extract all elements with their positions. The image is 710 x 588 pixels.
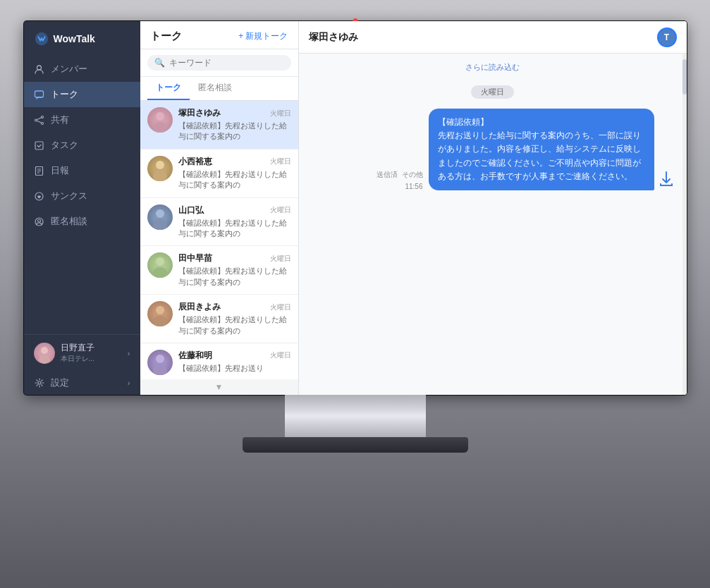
header-actions: T <box>657 27 677 47</box>
list-item[interactable]: 佐藤和明 火曜日 【確認依頼】先程お送り <box>140 343 298 379</box>
sidebar-item-task[interactable]: タスク <box>24 133 140 158</box>
settings-label: 設定 <box>51 376 69 389</box>
share-icon <box>34 114 45 125</box>
nav-items: メンバー トーク <box>24 54 140 334</box>
sidebar-item-talk[interactable]: トーク <box>24 82 140 107</box>
chat-recipient-title: 塚田さゆみ <box>309 31 358 44</box>
svg-point-27 <box>156 306 164 314</box>
monitor-stand-base <box>243 437 468 453</box>
svg-point-20 <box>153 122 167 133</box>
svg-point-17 <box>39 355 50 364</box>
avatar <box>147 252 173 278</box>
search-bar: 🔍 <box>140 49 298 77</box>
message-content: 【確認依頼】 先程お送りした給与に関する案内のうち、一部に誤りがありました。内容… <box>438 117 641 181</box>
chat-preview: 【確認依頼】先程お送りした給与に関する案内の <box>178 121 291 142</box>
sidebar-item-thanks[interactable]: サンクス <box>24 183 140 209</box>
load-more-button[interactable]: さらに読み込む <box>310 62 675 73</box>
sidebar-item-share[interactable]: 共有 <box>24 107 140 133</box>
chat-list: 塚田さゆみ 火曜日 【確認依頼】先程お送りした給与に関する案内の <box>140 101 298 379</box>
scrollbar-thumb <box>683 59 687 94</box>
sidebar-item-settings[interactable]: 設定 › <box>24 371 140 395</box>
chat-time: 火曜日 <box>270 109 291 118</box>
scrollbar-track[interactable] <box>683 54 687 395</box>
download-icon[interactable] <box>660 171 675 190</box>
chat-time: 火曜日 <box>270 205 291 215</box>
user-status: 本日テレ... <box>61 354 122 364</box>
search-icon: 🔍 <box>154 58 165 68</box>
svg-point-5 <box>42 122 44 124</box>
chat-header-row: 山口弘 火曜日 <box>178 204 291 216</box>
panel-header: トーク + 新規トーク <box>140 21 298 49</box>
chat-time: 火曜日 <box>270 350 291 360</box>
list-item[interactable]: 田中早苗 火曜日 【確認依頼】先程お送りした給与に関する案内の <box>140 246 298 295</box>
settings-chevron-icon: › <box>128 379 130 387</box>
message-bubble: 【確認依頼】 先程お送りした給与に関する案内のうち、一部に誤りがありました。内容… <box>429 109 654 190</box>
svg-point-1 <box>37 66 42 70</box>
message-time-row: 11:56 <box>405 183 422 190</box>
svg-line-6 <box>37 117 41 119</box>
anonymous-label: 匿名相談 <box>51 215 87 228</box>
day-badge: 火曜日 <box>471 85 514 99</box>
anon-icon <box>34 216 45 227</box>
chevron-right-icon: › <box>128 349 130 357</box>
avatar <box>147 301 173 326</box>
talk-label: トーク <box>51 88 78 101</box>
svg-point-23 <box>156 209 164 218</box>
chat-main: 塚田さゆみ T さらに読み込む 火曜日 送信済 その他 <box>299 21 687 395</box>
list-item[interactable]: 山口弘 火曜日 【確認依頼】先程お送りした給与に関する案内の <box>140 198 298 247</box>
svg-point-16 <box>41 347 48 354</box>
user-profile[interactable]: 日野直子 本日テレ... › <box>34 342 130 364</box>
svg-rect-8 <box>35 142 43 149</box>
tab-talk[interactable]: トーク <box>147 77 190 100</box>
header-avatar-t: T <box>657 27 677 47</box>
message-other: その他 <box>402 170 423 180</box>
svg-point-25 <box>156 257 164 266</box>
list-item[interactable]: 小西裕恵 火曜日 【確認依頼】先程お送りした給与に関する案内の <box>140 149 298 198</box>
sidebar-bottom: 日野直子 本日テレ... › <box>24 334 140 371</box>
scroll-indicator: ▼ <box>140 379 298 395</box>
share-label: 共有 <box>51 114 69 126</box>
svg-point-18 <box>38 381 41 384</box>
svg-point-28 <box>153 316 167 326</box>
chat-header-row: 辰田きよみ 火曜日 <box>178 301 291 313</box>
new-talk-button[interactable]: + 新規トーク <box>238 30 288 42</box>
avatar <box>147 156 173 181</box>
chat-icon <box>34 89 45 100</box>
message-status: 送信済 <box>377 170 398 180</box>
chat-time: 火曜日 <box>270 254 291 264</box>
chat-header-row: 佐藤和明 火曜日 <box>178 350 291 362</box>
svg-rect-2 <box>35 91 44 97</box>
thanks-icon <box>34 190 45 202</box>
tab-anonymous[interactable]: 匿名相談 <box>190 77 240 100</box>
chat-name: 山口弘 <box>178 204 204 216</box>
list-item[interactable]: 辰田きよみ 火曜日 【確認依頼】先程お送りした給与に関する案内の <box>140 295 298 343</box>
sidebar-item-members[interactable]: メンバー <box>24 56 140 82</box>
svg-point-3 <box>42 116 44 118</box>
chat-item-content: 塚田さゆみ 火曜日 【確認依頼】先程お送りした給与に関する案内の <box>178 107 291 142</box>
message-sent: 送信済 その他 11:56 <box>377 170 423 190</box>
chat-preview: 【確認依頼】先程お送りした給与に関する案内の <box>178 169 291 191</box>
svg-point-26 <box>153 267 167 278</box>
sidebar-item-diary[interactable]: 日報 <box>24 158 140 183</box>
chat-item-content: 小西裕恵 火曜日 【確認依頼】先程お送りした給与に関する案内の <box>178 156 291 191</box>
avatar <box>34 343 55 364</box>
chat-name: 小西裕恵 <box>178 156 212 168</box>
app-name: WowTalk <box>54 33 95 44</box>
chat-name: 塚田さゆみ <box>178 107 221 119</box>
user-info: 日野直子 本日テレ... <box>61 342 122 364</box>
scroll-down-icon: ▼ <box>215 382 224 392</box>
message-meta: 送信済 その他 <box>377 170 423 180</box>
sidebar-item-anonymous[interactable]: 匿名相談 <box>24 209 140 234</box>
svg-point-19 <box>156 112 164 121</box>
diary-label: 日報 <box>51 164 69 177</box>
sidebar: WowTalk メンバー <box>24 21 140 395</box>
chat-preview: 【確認依頼】先程お送りした給与に関する案内の <box>178 218 291 240</box>
wowtalk-logo-icon <box>34 31 49 47</box>
search-input[interactable] <box>169 58 284 68</box>
panel-title: トーク <box>150 30 182 43</box>
chat-item-content: 山口弘 火曜日 【確認依頼】先程お送りした給与に関する案内の <box>178 204 291 240</box>
chat-item-content: 辰田きよみ 火曜日 【確認依頼】先程お送りした給与に関する案内の <box>178 301 291 336</box>
svg-point-4 <box>35 119 37 121</box>
members-label: メンバー <box>51 63 87 75</box>
list-item[interactable]: 塚田さゆみ 火曜日 【確認依頼】先程お送りした給与に関する案内の <box>140 101 298 149</box>
